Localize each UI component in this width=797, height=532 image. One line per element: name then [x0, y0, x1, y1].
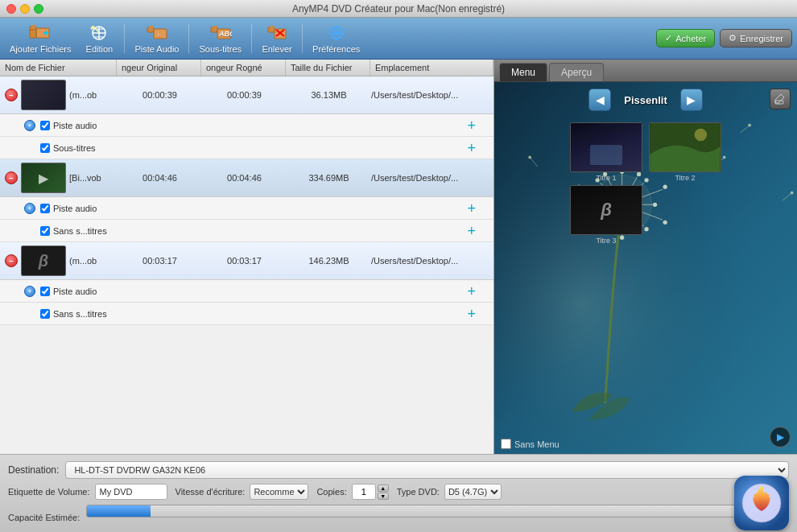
vitesse-label: Vitesse d'écriture: [176, 487, 246, 497]
play-button[interactable]: ▶ [770, 427, 791, 447]
file-row: − ▶ [Bi...vob 00:04:46 00:04:46 334.69MB… [0, 159, 493, 197]
toolbar-sep-3 [251, 24, 252, 53]
remove-file-3-button[interactable]: − [5, 254, 18, 267]
settings-row: Etiquette de Volume: Vitesse d'écriture:… [8, 484, 789, 500]
edition-icon [88, 23, 110, 43]
thumb-preview-2 [649, 122, 721, 172]
file-1-rogne: 00:00:39 [202, 90, 287, 100]
piste-audio-2-checkbox[interactable] [40, 204, 50, 213]
destination-label: Destination: [8, 464, 59, 476]
vitesse-select[interactable]: Recomme [250, 484, 308, 500]
svg-rect-14 [154, 29, 167, 39]
thumb-item-1[interactable]: Titre 1 [570, 122, 642, 179]
expand-piste-3[interactable]: + [24, 286, 35, 297]
piste-audio-icon: ♪ [146, 23, 168, 43]
enregistrer-button[interactable]: ⚙ Enregistrer [720, 29, 792, 47]
enlever-button[interactable]: Enlever [257, 20, 297, 57]
ajouter-fichiers-button[interactable]: Ajouter Fichiers [5, 20, 76, 57]
svg-rect-1 [31, 25, 36, 27]
file-thumb-1 [21, 80, 66, 110]
file-3-name: (m...ob [69, 256, 118, 266]
piste-audio-1-label[interactable]: Piste audio [40, 121, 97, 130]
app-icon [734, 476, 789, 530]
minimize-button[interactable] [20, 4, 30, 14]
toolbar: Ajouter Fichiers Edition ♪ Pist [0, 18, 797, 60]
dest-row: Destination: HL-DT-ST DVDRW GA32N KE06 [8, 461, 789, 479]
tab-menu[interactable]: Menu [499, 63, 547, 81]
thumb-item-3[interactable]: β Titre 3 [570, 185, 642, 241]
add-piste-2-button[interactable]: + [467, 201, 476, 216]
type-dvd-select[interactable]: D5 (4.7G) [444, 484, 502, 500]
piste-audio-button[interactable]: ♪ Piste Audio [130, 20, 184, 57]
sous-titres-button[interactable]: ABC Sous-titres [194, 20, 246, 57]
bottom-wrapper: Destination: HL-DT-ST DVDRW GA32N KE06 E… [0, 454, 797, 532]
expand-piste-1[interactable]: + [24, 120, 35, 131]
prev-arrow-button[interactable]: ◀ [588, 89, 611, 111]
svg-rect-21 [270, 26, 275, 28]
destination-select[interactable]: HL-DT-ST DVDRW GA32N KE06 [65, 461, 789, 479]
piste-audio-3-checkbox[interactable] [40, 287, 50, 296]
sans-titres-2-label[interactable]: Sans s...titres [40, 226, 107, 236]
app-icon-inner [734, 476, 789, 530]
file-2-taille: 334.69MB [287, 173, 371, 183]
sans-menu-label: Sans Menu [514, 439, 560, 449]
copies-input[interactable] [352, 484, 376, 500]
sous-titres-1-label[interactable]: Sous-titres [40, 143, 96, 153]
piste-audio-3-label[interactable]: Piste audio [40, 287, 97, 296]
preview-tabs: Menu Aperçu [494, 60, 797, 82]
add-sans-titres-3-button[interactable]: + [467, 307, 476, 321]
toolbar-sep-4 [302, 24, 303, 53]
copies-up-button[interactable]: ▲ [378, 485, 389, 492]
add-piste-3-button[interactable]: + [467, 284, 476, 299]
sub-row-sans-sous-2: Sans s...titres + [0, 220, 493, 242]
file-row: − β (m...ob 00:03:17 00:03:17 146.23MB /… [0, 242, 493, 280]
preferences-icon [325, 23, 348, 43]
etiquette-label: Etiquette de Volume: [8, 487, 90, 497]
copies-down-button[interactable]: ▼ [378, 493, 389, 500]
add-piste-1-button[interactable]: + [467, 118, 476, 133]
capacity-label: Capacité Estimée: [8, 513, 80, 522]
edition-button[interactable]: Edition [79, 20, 119, 57]
svg-point-78 [695, 129, 707, 141]
add-sous-titres-1-button[interactable]: + [467, 141, 476, 155]
piste-audio-2-label[interactable]: Piste audio [40, 204, 97, 213]
sans-menu-checkbox[interactable] [501, 439, 511, 449]
file-3-empl: /Users/test/Desktop/... [371, 256, 489, 266]
copies-group: Copies: ▲ ▼ [316, 484, 388, 500]
file-thumb-2: ▶ [21, 163, 66, 193]
thumb-preview-3: β [570, 185, 642, 235]
file-1-name: (m...ob [69, 90, 118, 100]
table-header: Nom de Fichier ngeur Original ongeur Rog… [0, 60, 493, 76]
etiquette-input[interactable] [95, 484, 167, 500]
maximize-button[interactable] [34, 4, 43, 14]
sous-titres-1-checkbox[interactable] [40, 143, 50, 153]
sans-titres-2-checkbox[interactable] [40, 226, 50, 236]
file-panel: Nom de Fichier ngeur Original ongeur Rog… [0, 60, 494, 454]
acheter-button[interactable]: ✓ Acheter [656, 29, 715, 47]
remove-file-2-button[interactable]: − [5, 171, 18, 184]
sans-titres-3-checkbox[interactable] [40, 309, 50, 319]
thumb-1-label: Titre 1 [570, 174, 642, 182]
enlever-icon [266, 23, 288, 43]
close-button[interactable] [6, 4, 16, 14]
ajouter-fichiers-label: Ajouter Fichiers [10, 44, 71, 54]
remove-file-1-button[interactable]: − [5, 89, 18, 101]
enregistrer-label: Enregistrer [740, 34, 783, 43]
svg-text:ABC: ABC [218, 30, 232, 38]
thumb-item-2[interactable]: Titre 2 [649, 122, 721, 179]
acheter-icon: ✓ [665, 33, 672, 43]
next-arrow-button[interactable]: ▶ [680, 89, 703, 111]
tab-apercu[interactable]: Aperçu [549, 63, 604, 81]
sans-titres-3-label[interactable]: Sans s...titres [40, 309, 107, 319]
sub-row-sous-titres-1: Sous-titres + [0, 137, 493, 159]
preferences-button[interactable]: Préférences [308, 20, 365, 57]
expand-piste-2[interactable]: + [24, 203, 35, 214]
file-1-empl: /Users/test/Desktop/... [371, 90, 489, 100]
add-sans-titres-2-button[interactable]: + [467, 224, 476, 238]
file-1-orig: 00:00:39 [118, 90, 202, 100]
piste-audio-1-checkbox[interactable] [40, 121, 50, 130]
capacity-bar [86, 505, 789, 518]
sans-menu-check[interactable]: Sans Menu [501, 439, 560, 449]
col-header-empl: Emplacement [370, 60, 493, 76]
edit-button[interactable] [770, 89, 791, 109]
